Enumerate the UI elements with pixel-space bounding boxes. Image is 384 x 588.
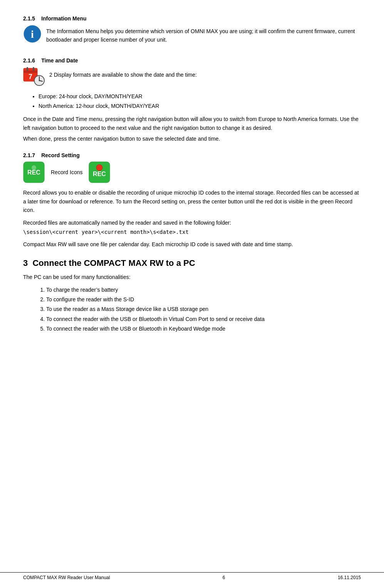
info-icon-area: i <box>23 25 42 44</box>
svg-text:REC: REC <box>27 169 40 176</box>
bullet-europe: Europe: 24-hour clock, DAY/MONTH/YEAR <box>39 92 361 101</box>
list-item-3: To use the reader as a Mass Storage devi… <box>46 304 361 314</box>
section-217-body2: Recorded files are automatically named b… <box>23 218 361 227</box>
section-217-title: Record Setting <box>41 152 80 158</box>
section-215-title: Information Menu <box>41 15 86 22</box>
svg-text:i: i <box>31 28 34 40</box>
section-216: 2.1.6 Time and Date 7 <box>23 57 361 143</box>
info-icon: i <box>23 25 42 43</box>
section-3-heading: 3 Connect the COMPACT MAX RW to a PC <box>23 258 361 268</box>
section-215-body: The Information Menu helps you determine… <box>46 27 361 44</box>
list-item-1: To charge the reader’s battery <box>46 285 361 295</box>
section-217-heading: 2.1.7 <box>23 152 35 158</box>
time-date-icon: 7 <box>23 67 45 87</box>
section-217: 2.1.7 Record Setting REC Record Icons RE… <box>23 152 361 249</box>
svg-text:REC: REC <box>93 171 106 177</box>
list-item-5: To connect the reader with the USB or Bl… <box>46 324 361 334</box>
section-217-body4: Compact Max RW will save one file per ca… <box>23 240 361 249</box>
section-217-body3: \session\<current year>\<current month>\… <box>23 228 361 236</box>
section-3: 3 Connect the COMPACT MAX RW to a PC The… <box>23 258 361 334</box>
section-216-bullets: Europe: 24-hour clock, DAY/MONTH/YEAR No… <box>39 92 361 111</box>
svg-rect-6 <box>33 67 34 71</box>
list-item-4: To connect the reader with the USB or Bl… <box>46 314 361 324</box>
section-215-heading: 2.1.5 <box>23 15 35 22</box>
section-3-intro: The PC can be used for many functionalit… <box>23 273 361 281</box>
page-footer: COMPACT MAX RW Reader User Manual 6 16.1… <box>0 572 384 580</box>
record-icon-red: REC <box>89 161 110 183</box>
list-item-2: To configure the reader with the S-ID <box>46 295 361 304</box>
record-icon-green: REC <box>23 161 45 183</box>
time-icon-area: 7 <box>23 67 45 88</box>
section-216-intro: 2 Display formats are available to show … <box>49 71 197 79</box>
section-3-list: To charge the reader’s battery To config… <box>46 285 361 334</box>
svg-point-16 <box>96 165 102 171</box>
section-216-body2: When done, press the center navigation b… <box>23 134 361 143</box>
section-217-body1: Record allows you to enable or disable t… <box>23 188 361 214</box>
section-216-body1: Once in the Date and Time menu, pressing… <box>23 115 361 132</box>
svg-rect-5 <box>27 67 28 71</box>
svg-point-14 <box>32 165 36 170</box>
footer-left: COMPACT MAX RW Reader User Manual <box>23 575 110 580</box>
record-icons-label: Record Icons <box>51 169 82 175</box>
svg-point-11 <box>39 80 40 81</box>
section-216-title: Time and Date <box>41 57 78 64</box>
bullet-northamerica: North America: 12-hour clock, MONTH/DAY/… <box>39 101 361 111</box>
footer-right: 16.11.2015 <box>338 575 361 580</box>
svg-text:7: 7 <box>29 73 32 81</box>
section-215: 2.1.5 Information Menu i The Information… <box>23 15 361 48</box>
record-icons-row: REC Record Icons REC <box>23 161 361 183</box>
section-216-heading: 2.1.6 <box>23 57 35 64</box>
footer-center: 6 <box>223 575 225 580</box>
